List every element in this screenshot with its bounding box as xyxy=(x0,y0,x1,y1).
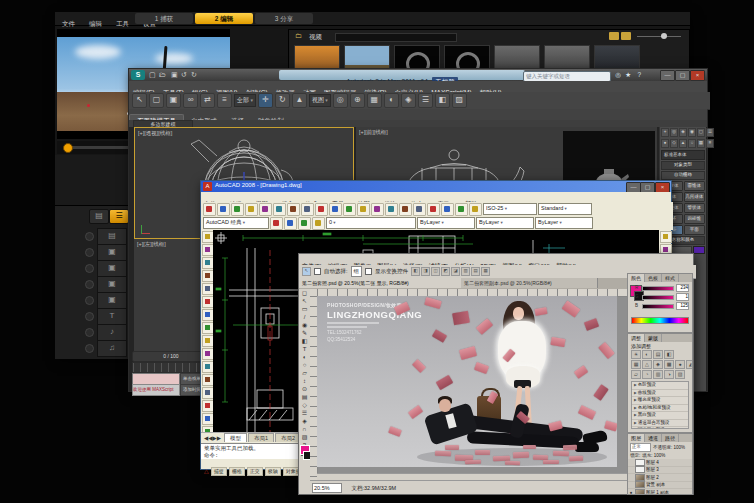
step-tab[interactable]: 1 捕获 xyxy=(135,13,193,24)
color-slider[interactable] xyxy=(642,304,674,309)
max-toolbar-icon[interactable]: ▢ xyxy=(149,93,164,108)
3dsmax-titlebar[interactable]: S ▢ 🗁 ▣ ↺ ↻ Autodesk 3ds Max 2011 x64 无标… xyxy=(129,69,707,81)
command-panel-tab[interactable]: + xyxy=(661,128,669,137)
document-tab-active[interactable]: 第二份套照.psd @ 20.5%(第二张 显示, RGB/8#) xyxy=(299,278,464,288)
tool-button[interactable]: ▨ xyxy=(300,433,309,441)
tool-button[interactable]: ◈ xyxy=(300,417,309,425)
grid-view-button[interactable] xyxy=(609,32,619,40)
maximize-button[interactable]: ▢ xyxy=(675,70,690,81)
autocad-titlebar[interactable]: A AutoCAD 2008 - [Drawing1.dwg] — ▢ × xyxy=(201,181,671,192)
storyboard-view-button[interactable]: ▤ xyxy=(89,209,109,224)
reference-coordinate-dropdown[interactable]: 视图 xyxy=(309,94,331,107)
adjustment-preset[interactable]: 黑白预设 xyxy=(632,412,688,420)
acad-side-tool[interactable] xyxy=(660,231,672,243)
create-category-icon[interactable]: ▲ xyxy=(679,139,687,148)
max-toolbar-icon[interactable]: ↖ xyxy=(132,93,147,108)
primitive-type-dropdown[interactable]: 标准基本体 xyxy=(661,150,705,160)
adjustment-icon[interactable]: ▩ xyxy=(664,360,674,369)
create-category-icon[interactable]: ≡ xyxy=(706,139,714,148)
text-style-dropdown[interactable]: Standard xyxy=(538,203,592,215)
color-slider[interactable] xyxy=(642,295,674,300)
panel-tab[interactable]: 样式 xyxy=(662,274,679,282)
step-tab[interactable]: 3 分享 xyxy=(255,13,313,24)
track-icon[interactable]: ♫ xyxy=(97,340,127,357)
acad-toolbar-icon[interactable] xyxy=(312,217,325,230)
menu-item[interactable]: 编辑 xyxy=(82,18,109,29)
viewport-label[interactable]: [+][左][线框] xyxy=(137,241,166,248)
track-icon[interactable]: ▤ xyxy=(97,228,127,245)
timeline-view-button[interactable]: ☰ xyxy=(109,209,129,224)
acad-toolbar-icon[interactable] xyxy=(287,203,300,216)
max-toolbar-icon[interactable]: ▣ xyxy=(166,93,181,108)
tool-button[interactable]: ∩ xyxy=(300,425,309,433)
zoom-level-field[interactable]: 20.5% xyxy=(312,483,342,493)
max-toolbar-icon[interactable]: ▨ xyxy=(452,93,467,108)
adjustment-icon[interactable]: ▤ xyxy=(653,350,663,359)
max-toolbar-icon[interactable]: ◎ xyxy=(333,93,348,108)
tool-button[interactable]: ◉ xyxy=(300,321,309,329)
tool-button[interactable]: ⊙ xyxy=(300,385,309,393)
object-type-rollout[interactable]: 对象类型 xyxy=(661,161,705,170)
adjustment-icon[interactable]: ▦ xyxy=(631,360,641,369)
adjustment-icon[interactable]: ◐ xyxy=(642,350,652,359)
new-icon[interactable]: ▢ xyxy=(149,71,156,79)
auto-select-checkbox[interactable] xyxy=(314,268,321,275)
panel-tab[interactable]: 图层 xyxy=(628,434,645,442)
acad-toolbar-icon[interactable] xyxy=(385,203,398,216)
max-toolbar-icon[interactable]: ◐ xyxy=(384,93,399,108)
acad-toolbar-icon[interactable] xyxy=(203,203,216,216)
time-slider[interactable]: 0 / 100 xyxy=(132,351,210,362)
channel-value[interactable]: 234 xyxy=(676,284,689,292)
max-toolbar-icon[interactable]: ⇄ xyxy=(200,93,215,108)
adjustment-icon[interactable]: ◔ xyxy=(642,370,652,379)
dim-style-dropdown[interactable]: ISO-25 xyxy=(483,203,537,215)
blend-mode-dropdown[interactable]: 正常 xyxy=(630,443,651,452)
adjustment-icon[interactable]: ◧ xyxy=(664,350,674,359)
workspace-dropdown[interactable]: AutoCAD 经典 xyxy=(203,217,269,229)
seek-handle[interactable] xyxy=(63,143,73,153)
tool-button[interactable]: ◧ xyxy=(300,337,309,345)
auto-select-target-dropdown[interactable]: 组 xyxy=(351,266,363,277)
acad-toolbar-icon[interactable] xyxy=(427,203,440,216)
acad-toolbar-icon[interactable] xyxy=(259,203,272,216)
create-category-icon[interactable]: ◇ xyxy=(670,139,678,148)
acad-toolbar-icon[interactable] xyxy=(245,203,258,216)
acad-toolbar-icon[interactable] xyxy=(270,217,283,230)
adjustment-icon[interactable]: ☀ xyxy=(631,350,641,359)
linetype-dropdown[interactable]: ByLayer xyxy=(476,217,534,229)
panel-tab[interactable]: 调整 xyxy=(628,334,645,342)
align-button[interactable]: ▥ xyxy=(461,267,470,276)
layout-tab[interactable]: 模型 xyxy=(224,433,247,442)
3dsmax-app-button[interactable]: S xyxy=(131,70,145,80)
adjustment-preset[interactable]: 色相/饱和度预设 xyxy=(632,405,688,413)
align-button[interactable]: ◧ xyxy=(411,267,420,276)
tab-scroll-arrows[interactable]: ◀◀▶▶ xyxy=(201,434,224,442)
tool-button[interactable]: ▤ xyxy=(300,393,309,401)
tool-button[interactable]: ○ xyxy=(300,361,309,369)
tool-button[interactable]: ◐ xyxy=(300,353,309,361)
acad-toolbar-icon[interactable] xyxy=(298,217,311,230)
max-toolbar-icon[interactable]: ☰ xyxy=(418,93,433,108)
tool-button[interactable]: ▱ xyxy=(300,369,309,377)
acad-toolbar-icon[interactable] xyxy=(329,203,342,216)
panel-tab[interactable]: 色板 xyxy=(645,274,662,282)
adjustment-preset[interactable]: 色阶预设 xyxy=(632,382,688,390)
step-tab[interactable]: 2 编辑 xyxy=(195,13,253,24)
adjustment-preset[interactable]: 可选颜色预设 xyxy=(632,427,688,429)
undo-icon[interactable]: ↺ xyxy=(181,71,187,79)
acad-toolbar-icon[interactable] xyxy=(231,203,244,216)
primitive-button[interactable]: 平面 xyxy=(684,225,706,235)
adjustment-icon[interactable]: ▱ xyxy=(631,370,641,379)
status-toggle[interactable]: 正交 xyxy=(247,467,263,476)
command-panel-tab[interactable]: ☰ xyxy=(706,128,714,137)
list-view-button[interactable] xyxy=(621,32,631,40)
panel-tab[interactable]: 路径 xyxy=(662,434,679,442)
fill-field[interactable]: 填充: 100% xyxy=(642,453,665,458)
adjustment-preset[interactable]: 曲线预设 xyxy=(632,390,688,398)
open-icon[interactable]: 🗁 xyxy=(159,71,166,78)
primitive-button[interactable]: 管状体 xyxy=(684,203,706,213)
photo-canvas[interactable]: PHOTOSHOP/DESIGN/妆效师 LINGZHONGQIANG TEL:… xyxy=(317,296,617,467)
align-button[interactable]: ◩ xyxy=(441,267,450,276)
menu-item[interactable]: 工具 xyxy=(109,18,136,29)
infocenter-search-input[interactable]: 键入关键字或短语 xyxy=(523,71,611,82)
